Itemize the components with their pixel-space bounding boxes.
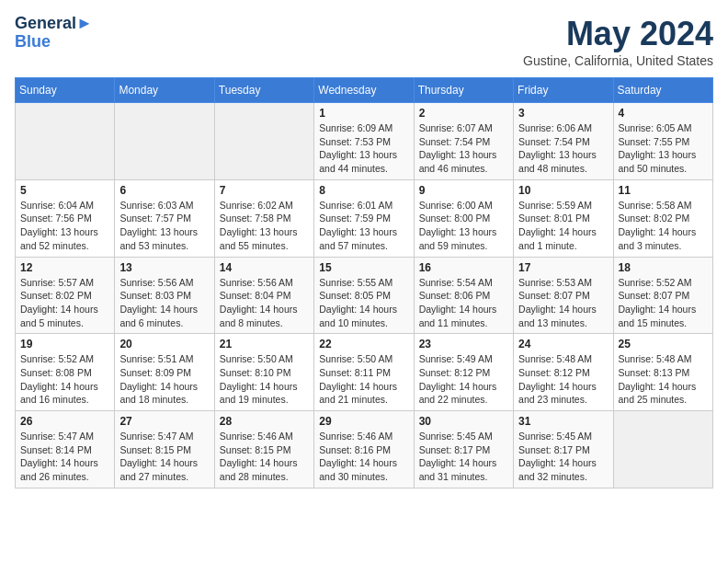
cell-info: Sunrise: 5:59 AMSunset: 8:01 PMDaylight:… <box>518 199 608 253</box>
calendar-cell: 4Sunrise: 6:05 AMSunset: 7:55 PMDaylight… <box>613 103 712 180</box>
day-header-monday: Monday <box>115 78 214 103</box>
calendar-header-row: SundayMondayTuesdayWednesdayThursdayFrid… <box>16 78 713 103</box>
cell-date-number: 6 <box>119 184 209 197</box>
calendar-cell <box>16 103 115 180</box>
calendar-cell: 13Sunrise: 5:56 AMSunset: 8:03 PMDayligh… <box>115 257 214 334</box>
cell-info: Sunrise: 6:09 AMSunset: 7:53 PMDaylight:… <box>319 121 408 176</box>
cell-date-number: 20 <box>119 338 209 350</box>
cell-info: Sunrise: 5:50 AMSunset: 8:11 PMDaylight:… <box>319 352 408 407</box>
cell-date-number: 3 <box>518 107 608 120</box>
cell-info: Sunrise: 5:54 AMSunset: 8:06 PMDaylight:… <box>419 276 508 330</box>
calendar-cell: 11Sunrise: 5:58 AMSunset: 8:02 PMDayligh… <box>613 179 712 257</box>
location: Gustine, California, United States <box>523 53 713 68</box>
calendar-cell <box>115 103 214 180</box>
cell-date-number: 24 <box>518 338 608 350</box>
cell-date-number: 25 <box>619 338 708 350</box>
cell-date-number: 19 <box>20 338 109 350</box>
cell-info: Sunrise: 5:45 AMSunset: 8:17 PMDaylight:… <box>518 430 608 484</box>
calendar-week-3: 12Sunrise: 5:57 AMSunset: 8:02 PMDayligh… <box>16 257 713 334</box>
cell-info: Sunrise: 5:56 AMSunset: 8:03 PMDaylight:… <box>119 276 209 330</box>
calendar-cell: 10Sunrise: 5:59 AMSunset: 8:01 PMDayligh… <box>514 179 613 257</box>
cell-date-number: 29 <box>319 415 408 428</box>
cell-date-number: 26 <box>20 415 109 428</box>
cell-info: Sunrise: 5:46 AMSunset: 8:16 PMDaylight:… <box>319 430 408 484</box>
logo-arrow: ► <box>76 14 93 32</box>
day-header-wednesday: Wednesday <box>314 78 414 103</box>
logo-general: General <box>15 14 76 32</box>
cell-info: Sunrise: 5:58 AMSunset: 8:02 PMDaylight:… <box>619 199 708 253</box>
cell-info: Sunrise: 5:57 AMSunset: 8:02 PMDaylight:… <box>20 276 109 330</box>
calendar-cell: 16Sunrise: 5:54 AMSunset: 8:06 PMDayligh… <box>414 257 513 334</box>
cell-info: Sunrise: 6:05 AMSunset: 7:55 PMDaylight:… <box>619 121 708 176</box>
calendar-cell: 9Sunrise: 6:00 AMSunset: 8:00 PMDaylight… <box>414 179 513 257</box>
cell-date-number: 22 <box>319 338 408 350</box>
cell-info: Sunrise: 5:48 AMSunset: 8:12 PMDaylight:… <box>518 352 608 407</box>
calendar-table: SundayMondayTuesdayWednesdayThursdayFrid… <box>15 77 713 488</box>
cell-info: Sunrise: 5:52 AMSunset: 8:07 PMDaylight:… <box>619 276 708 330</box>
calendar-cell: 5Sunrise: 6:04 AMSunset: 7:56 PMDaylight… <box>16 179 115 257</box>
cell-date-number: 11 <box>619 184 708 197</box>
cell-info: Sunrise: 6:00 AMSunset: 8:00 PMDaylight:… <box>419 199 508 253</box>
cell-date-number: 8 <box>319 184 408 197</box>
cell-info: Sunrise: 6:02 AMSunset: 7:58 PMDaylight:… <box>220 199 309 253</box>
page-header: General► Blue May 2024 Gustine, Californ… <box>15 15 713 68</box>
cell-date-number: 23 <box>419 338 508 350</box>
cell-info: Sunrise: 5:49 AMSunset: 8:12 PMDaylight:… <box>419 352 508 407</box>
cell-date-number: 31 <box>518 415 608 428</box>
cell-date-number: 10 <box>518 184 608 197</box>
cell-info: Sunrise: 5:45 AMSunset: 8:17 PMDaylight:… <box>419 430 508 484</box>
cell-info: Sunrise: 6:03 AMSunset: 7:57 PMDaylight:… <box>119 199 209 253</box>
day-header-friday: Friday <box>514 78 613 103</box>
cell-date-number: 17 <box>518 261 608 274</box>
calendar-cell: 19Sunrise: 5:52 AMSunset: 8:08 PMDayligh… <box>16 334 115 411</box>
day-header-sunday: Sunday <box>16 78 115 103</box>
calendar-week-4: 19Sunrise: 5:52 AMSunset: 8:08 PMDayligh… <box>16 334 713 411</box>
calendar-week-2: 5Sunrise: 6:04 AMSunset: 7:56 PMDaylight… <box>16 179 713 257</box>
cell-date-number: 14 <box>220 261 309 274</box>
calendar-cell: 2Sunrise: 6:07 AMSunset: 7:54 PMDaylight… <box>414 103 513 180</box>
calendar-cell: 24Sunrise: 5:48 AMSunset: 8:12 PMDayligh… <box>514 334 613 411</box>
calendar-cell: 8Sunrise: 6:01 AMSunset: 7:59 PMDaylight… <box>314 179 414 257</box>
cell-info: Sunrise: 5:46 AMSunset: 8:15 PMDaylight:… <box>220 430 309 484</box>
calendar-cell: 30Sunrise: 5:45 AMSunset: 8:17 PMDayligh… <box>414 411 513 488</box>
title-block: May 2024 Gustine, California, United Sta… <box>523 15 713 68</box>
cell-date-number: 18 <box>619 261 708 274</box>
cell-date-number: 2 <box>419 107 508 120</box>
cell-info: Sunrise: 5:51 AMSunset: 8:09 PMDaylight:… <box>119 352 209 407</box>
cell-date-number: 28 <box>220 415 309 428</box>
calendar-week-1: 1Sunrise: 6:09 AMSunset: 7:53 PMDaylight… <box>16 103 713 180</box>
cell-info: Sunrise: 5:55 AMSunset: 8:05 PMDaylight:… <box>319 276 408 330</box>
cell-date-number: 5 <box>20 184 109 197</box>
calendar-cell: 29Sunrise: 5:46 AMSunset: 8:16 PMDayligh… <box>314 411 414 488</box>
cell-info: Sunrise: 6:04 AMSunset: 7:56 PMDaylight:… <box>20 199 109 253</box>
cell-date-number: 21 <box>220 338 309 350</box>
cell-date-number: 7 <box>220 184 309 197</box>
day-header-saturday: Saturday <box>613 78 712 103</box>
calendar-cell: 6Sunrise: 6:03 AMSunset: 7:57 PMDaylight… <box>115 179 214 257</box>
cell-date-number: 16 <box>419 261 508 274</box>
cell-info: Sunrise: 5:53 AMSunset: 8:07 PMDaylight:… <box>518 276 608 330</box>
cell-date-number: 9 <box>419 184 508 197</box>
calendar-cell: 3Sunrise: 6:06 AMSunset: 7:54 PMDaylight… <box>514 103 613 180</box>
logo-text: General► Blue <box>15 15 93 52</box>
cell-info: Sunrise: 5:47 AMSunset: 8:15 PMDaylight:… <box>119 430 209 484</box>
cell-info: Sunrise: 6:01 AMSunset: 7:59 PMDaylight:… <box>319 199 408 253</box>
calendar-cell: 31Sunrise: 5:45 AMSunset: 8:17 PMDayligh… <box>514 411 613 488</box>
calendar-cell: 27Sunrise: 5:47 AMSunset: 8:15 PMDayligh… <box>115 411 214 488</box>
cell-info: Sunrise: 6:07 AMSunset: 7:54 PMDaylight:… <box>419 121 508 176</box>
calendar-cell <box>214 103 313 180</box>
day-header-tuesday: Tuesday <box>214 78 313 103</box>
cell-info: Sunrise: 5:50 AMSunset: 8:10 PMDaylight:… <box>220 352 309 407</box>
logo-blue-text: Blue <box>15 32 51 51</box>
calendar-cell: 20Sunrise: 5:51 AMSunset: 8:09 PMDayligh… <box>115 334 214 411</box>
calendar-cell: 26Sunrise: 5:47 AMSunset: 8:14 PMDayligh… <box>16 411 115 488</box>
logo: General► Blue <box>15 15 93 52</box>
calendar-cell: 1Sunrise: 6:09 AMSunset: 7:53 PMDaylight… <box>314 103 414 180</box>
calendar-cell <box>613 411 712 488</box>
calendar-cell: 18Sunrise: 5:52 AMSunset: 8:07 PMDayligh… <box>613 257 712 334</box>
cell-date-number: 27 <box>119 415 209 428</box>
calendar-cell: 23Sunrise: 5:49 AMSunset: 8:12 PMDayligh… <box>414 334 513 411</box>
calendar-cell: 14Sunrise: 5:56 AMSunset: 8:04 PMDayligh… <box>214 257 313 334</box>
calendar-cell: 21Sunrise: 5:50 AMSunset: 8:10 PMDayligh… <box>214 334 313 411</box>
calendar-cell: 17Sunrise: 5:53 AMSunset: 8:07 PMDayligh… <box>514 257 613 334</box>
